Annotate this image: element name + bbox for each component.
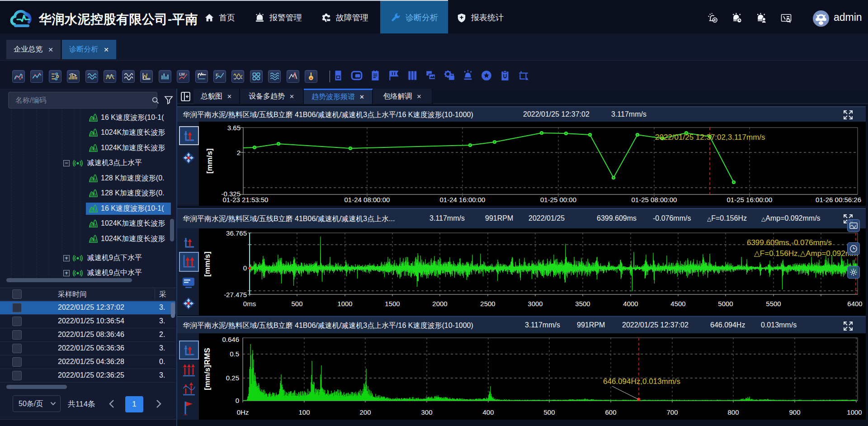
svg-text:△F=0.156Hz,△Amp=0.092mm: △F=0.156Hz,△Amp=0.092mm [754, 249, 858, 258]
svg-text:4500: 4500 [670, 300, 685, 308]
svg-text:2500: 2500 [480, 300, 495, 308]
svg-text:1000: 1000 [847, 408, 862, 416]
svg-text:3.65: 3.65 [227, 124, 241, 132]
svg-text:6399.609ms,-0.076mm/s: 6399.609ms,-0.076mm/s [747, 238, 832, 247]
svg-text:36.765: 36.765 [226, 229, 247, 237]
svg-text:-27.475: -27.475 [224, 291, 247, 298]
svg-text:01-24 08:00:00: 01-24 08:00:00 [344, 196, 390, 204]
svg-text:0Hz: 0Hz [237, 408, 249, 416]
svg-text:1000: 1000 [337, 300, 352, 308]
svg-text:900: 900 [789, 408, 800, 416]
svg-text:700: 700 [666, 408, 678, 416]
svg-text:100: 100 [298, 408, 310, 416]
svg-text:646.094Hz,0.013mm/s: 646.094Hz,0.013mm/s [603, 377, 680, 386]
svg-text:0.5: 0.5 [230, 350, 239, 358]
svg-text:0: 0 [243, 264, 247, 272]
svg-text:300: 300 [421, 408, 432, 416]
svg-text:2000: 2000 [432, 300, 447, 308]
svg-text:01-23 21:53:50: 01-23 21:53:50 [223, 196, 269, 204]
svg-text:0.25: 0.25 [226, 374, 239, 382]
svg-text:0ms: 0ms [243, 300, 256, 308]
svg-text:LW: LW [179, 72, 185, 76]
svg-text:2022/01/25 12:37:02,3.117mm/s: 2022/01/25 12:37:02,3.117mm/s [655, 133, 765, 142]
svg-text:3500: 3500 [575, 300, 590, 308]
svg-text:3000: 3000 [528, 300, 542, 308]
svg-text:800: 800 [727, 408, 739, 416]
svg-text:01-25 08:00:00: 01-25 08:00:00 [632, 196, 677, 204]
svg-text:01-26 00:56:26: 01-26 00:56:26 [816, 196, 861, 204]
svg-text:5000: 5000 [718, 300, 733, 308]
svg-text:0: 0 [236, 397, 239, 404]
svg-text:[mm/s]RMS: [mm/s]RMS [203, 348, 212, 390]
svg-text:4000: 4000 [623, 300, 638, 308]
svg-text:400: 400 [482, 408, 494, 416]
svg-text:6400: 6400 [847, 300, 862, 308]
svg-text:1500: 1500 [385, 300, 400, 308]
svg-text:5500: 5500 [766, 300, 781, 308]
svg-text:200: 200 [359, 408, 371, 416]
svg-text:[mm/s]: [mm/s] [205, 148, 214, 174]
svg-text:01-25 00:00: 01-25 00:00 [540, 196, 576, 204]
svg-text:[mm/s]: [mm/s] [203, 251, 212, 277]
svg-text:500: 500 [291, 300, 302, 308]
svg-text:0.646: 0.646 [222, 336, 239, 343]
svg-text:01-25 16:00:00: 01-25 16:00:00 [727, 196, 773, 204]
svg-text:600: 600 [605, 408, 616, 416]
svg-text:500: 500 [543, 408, 555, 416]
svg-text:01-24 16:00:00: 01-24 16:00:00 [440, 196, 486, 204]
